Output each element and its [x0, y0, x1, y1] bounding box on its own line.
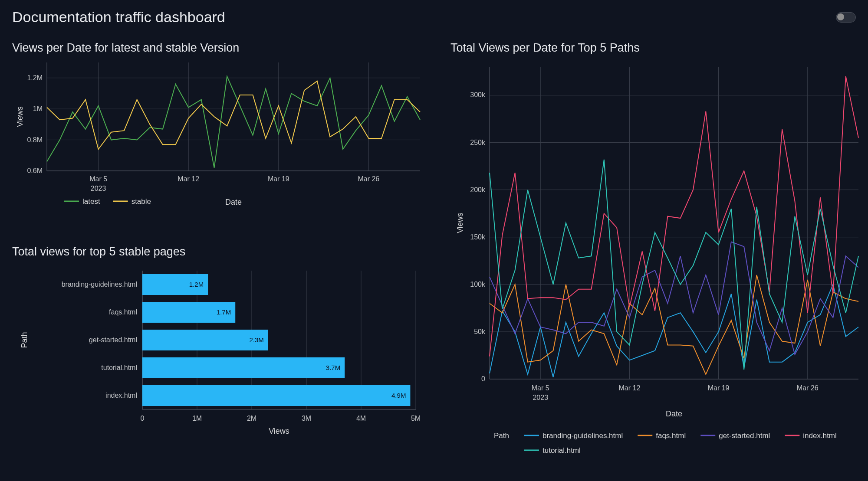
svg-text:250k: 250k — [470, 139, 486, 146]
page-title: Documentation traffic dashboard — [12, 9, 225, 26]
svg-text:150k: 150k — [470, 233, 486, 241]
legend-title: Path — [494, 432, 509, 440]
y-axis-label: Views — [456, 213, 464, 233]
svg-text:Mar 12: Mar 12 — [619, 384, 641, 392]
bar-category-label: faqs.html — [109, 308, 137, 316]
series-branding-guidelines.html[interactable] — [490, 285, 858, 377]
svg-text:0.6M: 0.6M — [27, 167, 43, 174]
svg-text:1M: 1M — [33, 105, 43, 112]
svg-text:1.2M: 1.2M — [27, 74, 43, 82]
bar-category-label: branding-guidelines.html — [62, 281, 137, 288]
y-axis-label: Views — [16, 106, 24, 127]
svg-text:Mar 26: Mar 26 — [797, 384, 819, 392]
dashboard-grid: Views per Date for latest and stable Ver… — [12, 41, 856, 462]
svg-text:100k: 100k — [470, 281, 486, 288]
svg-text:300k: 300k — [470, 91, 486, 98]
svg-text:5M: 5M — [411, 415, 421, 422]
x-axis-label: Date — [666, 409, 682, 418]
panel-top5-paths: Total Views per Date for Top 5 Paths 050… — [450, 41, 867, 462]
svg-text:4M: 4M — [356, 415, 366, 422]
svg-text:50k: 50k — [474, 328, 486, 335]
bar-category-label: index.html — [105, 392, 137, 399]
svg-text:Mar 5: Mar 5 — [532, 384, 549, 392]
legend-item[interactable]: faqs.html — [656, 432, 686, 440]
svg-text:2023: 2023 — [91, 185, 106, 192]
series-faqs.html[interactable] — [490, 275, 858, 374]
x-axis-label: Views — [269, 427, 289, 435]
svg-text:Mar 5: Mar 5 — [89, 175, 107, 183]
series-tutorial.html[interactable] — [490, 160, 858, 370]
chart-title-bars: Total views for top 5 stable pages — [12, 245, 442, 258]
bar-value-label: 2.3M — [249, 336, 263, 344]
svg-text:2M: 2M — [247, 415, 256, 422]
panel-top5-bars: Total views for top 5 stable pages 01M2M… — [12, 245, 442, 462]
legend-item[interactable]: branding-guidelines.html — [542, 432, 623, 440]
series-index.html[interactable] — [490, 76, 858, 357]
bar-value-label: 4.9M — [391, 392, 406, 399]
bar-category-label: tutorial.html — [101, 364, 137, 371]
svg-text:Mar 26: Mar 26 — [358, 175, 379, 183]
chart-title-versions: Views per Date for latest and stable Ver… — [12, 41, 442, 55]
panel-versions: Views per Date for latest and stable Ver… — [12, 41, 442, 232]
legend-item[interactable]: get-started.html — [719, 432, 770, 440]
legend-item[interactable]: tutorial.html — [542, 446, 581, 455]
series-latest[interactable] — [47, 76, 420, 168]
svg-text:3M: 3M — [302, 415, 311, 422]
svg-text:Mar 19: Mar 19 — [268, 175, 289, 183]
legend-item[interactable]: latest — [82, 197, 100, 206]
svg-text:2023: 2023 — [533, 394, 548, 401]
y-axis-label: Path — [20, 332, 29, 348]
bar[interactable] — [142, 385, 410, 406]
legend-item[interactable]: index.html — [803, 432, 836, 440]
chart-top5-paths[interactable]: 050k100k150k200k250k300kMar 5Mar 12Mar 1… — [450, 58, 867, 457]
chart-title-paths: Total Views per Date for Top 5 Paths — [450, 41, 867, 55]
chart-versions[interactable]: 0.6M0.8M1M1.2MMar 5Mar 12Mar 19Mar 26202… — [12, 58, 429, 232]
svg-text:200k: 200k — [470, 186, 486, 193]
svg-text:0.8M: 0.8M — [27, 136, 43, 144]
dashboard-header: Documentation traffic dashboard — [12, 9, 856, 26]
svg-text:1M: 1M — [192, 415, 202, 422]
bar-value-label: 1.7M — [217, 308, 231, 316]
svg-text:Mar 19: Mar 19 — [708, 384, 730, 392]
chart-top5-bars[interactable]: 01M2M3M4M5Mbranding-guidelines.html1.2Mf… — [12, 262, 429, 448]
svg-text:Mar 12: Mar 12 — [178, 175, 199, 183]
legend-item[interactable]: stable — [132, 197, 151, 206]
bar-category-label: get-started.html — [89, 336, 137, 344]
svg-text:0: 0 — [141, 415, 145, 422]
x-axis-label: Date — [225, 198, 242, 206]
theme-toggle[interactable] — [836, 12, 856, 23]
bar[interactable] — [142, 357, 345, 378]
svg-text:0: 0 — [481, 375, 485, 383]
bar-value-label: 3.7M — [326, 364, 340, 371]
bar-value-label: 1.2M — [189, 281, 204, 288]
series-get-started.html[interactable] — [490, 242, 858, 355]
